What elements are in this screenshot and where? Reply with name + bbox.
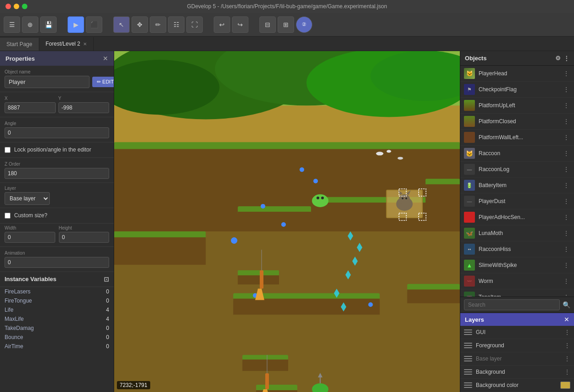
preview-button[interactable]: ⬛ bbox=[86, 16, 102, 33]
object-name-batteryitem: BatteryItem bbox=[479, 182, 558, 188]
layer-item-background[interactable]: Background ⋮ bbox=[460, 366, 574, 379]
pointer-tool[interactable]: ↖ bbox=[113, 16, 130, 33]
tab-start-page[interactable]: Start Page bbox=[0, 38, 39, 51]
search-input[interactable] bbox=[464, 299, 560, 310]
object-item-worm[interactable]: 〰 Worm ⋮ bbox=[460, 273, 574, 289]
edit-object-button[interactable]: ✏ EDIT bbox=[92, 77, 114, 87]
edit-tool[interactable]: ✏ bbox=[150, 16, 166, 33]
slimewithspike-more-button[interactable]: ⋮ bbox=[562, 261, 570, 269]
layer-select[interactable]: Base layer GUI Foreground Background bbox=[5, 192, 50, 205]
object-item-checkpointflag[interactable]: ⚑ CheckpointFlag ⋮ bbox=[460, 82, 574, 98]
y-input[interactable] bbox=[58, 102, 110, 113]
instance-vars-title: Instance Variables bbox=[5, 276, 56, 282]
layer-item-baselayer[interactable]: Base layer ⋮ bbox=[460, 352, 574, 366]
object-item-playerhead[interactable]: 🐱 PlayerHead ⋮ bbox=[460, 66, 574, 82]
layer-baselayer-more-button[interactable]: ⋮ bbox=[564, 355, 570, 362]
layer-section: Layer Base layer GUI Foreground Backgrou… bbox=[0, 183, 114, 208]
wh-row: Width Height bbox=[0, 224, 114, 247]
maximize-button[interactable] bbox=[22, 4, 27, 9]
svg-point-49 bbox=[313, 179, 318, 183]
checkpointflag-more-button[interactable]: ⋮ bbox=[562, 86, 570, 93]
object-item-batteryitem[interactable]: 🔋 BatteryItem ⋮ bbox=[460, 178, 574, 193]
object-item-playeradhocsen[interactable]: PlayerAdHocSen... ⋮ bbox=[460, 209, 574, 225]
width-input[interactable] bbox=[5, 232, 55, 243]
move-tool[interactable]: ✥ bbox=[132, 16, 148, 33]
zoom-out-button[interactable]: ⊟ bbox=[259, 16, 276, 33]
save-button[interactable]: 💾 bbox=[40, 16, 57, 33]
object-item-playerdust[interactable]: — PlayerDust ⋮ bbox=[460, 193, 574, 209]
layer-foreground-more-button[interactable]: ⋮ bbox=[564, 342, 570, 349]
tab-start-page-label: Start Page bbox=[6, 41, 32, 47]
raccoonhiss-more-button[interactable]: ⋮ bbox=[562, 246, 570, 253]
tapeitem-more-button[interactable]: ⋮ bbox=[562, 293, 570, 297]
layer-item-foreground[interactable]: Foreground ⋮ bbox=[460, 339, 574, 352]
custom-size-checkbox[interactable] bbox=[5, 213, 11, 219]
svg-point-41 bbox=[321, 197, 324, 199]
raccoon-icon: 🐱 bbox=[464, 148, 475, 159]
properties-close-button[interactable]: ✕ bbox=[103, 55, 108, 62]
tab-forest-level2-close[interactable]: ✕ bbox=[83, 42, 87, 47]
batteryitem-more-button[interactable]: ⋮ bbox=[562, 182, 570, 189]
play-button[interactable]: ▶ bbox=[68, 16, 84, 33]
layer-gui-more-button[interactable]: ⋮ bbox=[564, 329, 570, 336]
object-item-raccoon[interactable]: 🐱 Raccoon ⋮ bbox=[460, 146, 574, 162]
raccoonlog-more-button[interactable]: ⋮ bbox=[562, 166, 570, 173]
redo-button[interactable]: ↪ bbox=[232, 16, 248, 33]
x-field: X bbox=[5, 96, 56, 113]
list-view-button[interactable]: ☷ bbox=[168, 16, 184, 33]
lock-position-checkbox[interactable] bbox=[5, 147, 11, 153]
object-item-platformclosed[interactable]: PlatformClosed ⋮ bbox=[460, 114, 574, 130]
object-name-row: ✏ EDIT bbox=[5, 76, 109, 88]
x-input[interactable] bbox=[5, 102, 56, 113]
platformwallleft-more-button[interactable]: ⋮ bbox=[562, 134, 570, 141]
objects-filter-icon[interactable]: ⚙ bbox=[555, 55, 561, 62]
window-controls[interactable] bbox=[5, 4, 27, 9]
objects-title: Objects bbox=[465, 55, 487, 62]
object-item-platformupleft[interactable]: PlatformUpLeft ⋮ bbox=[460, 98, 574, 114]
svg-rect-21 bbox=[407, 289, 460, 303]
height-label: Height bbox=[59, 225, 110, 230]
canvas-area[interactable]: 7232;-1791 bbox=[114, 51, 460, 392]
fullscreen-button[interactable]: ⛶ bbox=[186, 16, 203, 33]
layers-close-button[interactable]: ✕ bbox=[564, 316, 569, 323]
worm-more-button[interactable]: ⋮ bbox=[562, 277, 570, 285]
object-item-raccoonlog[interactable]: — RaccoonLog ⋮ bbox=[460, 162, 574, 178]
height-input[interactable] bbox=[59, 232, 110, 243]
platformclosed-icon bbox=[464, 116, 475, 127]
playerdust-more-button[interactable]: ⋮ bbox=[562, 198, 570, 205]
object-name-input[interactable] bbox=[5, 76, 90, 88]
grid-button[interactable]: ⊞ bbox=[278, 16, 294, 33]
layer-background-more-button[interactable]: ⋮ bbox=[564, 368, 570, 376]
profile-button[interactable]: ② bbox=[296, 16, 312, 33]
undo-button[interactable]: ↩ bbox=[214, 16, 230, 33]
titlebar: GDevelop 5 - /Users/florian/Projects/F/l… bbox=[0, 0, 574, 13]
background-color-swatch[interactable] bbox=[560, 382, 570, 389]
minimize-button[interactable] bbox=[14, 4, 19, 9]
playeradhocsen-more-button[interactable]: ⋮ bbox=[562, 214, 570, 221]
object-item-raccoonhiss[interactable]: •• RaccoonHiss ⋮ bbox=[460, 241, 574, 257]
tab-forest-level2[interactable]: Forest/Level 2 ✕ bbox=[39, 37, 94, 51]
playerhead-more-button[interactable]: ⋮ bbox=[562, 70, 570, 77]
object-item-slimewithspike[interactable]: ▲ SlimeWithSpike ⋮ bbox=[460, 257, 574, 273]
platformclosed-more-button[interactable]: ⋮ bbox=[562, 118, 570, 125]
platformupleft-more-button[interactable]: ⋮ bbox=[562, 102, 570, 109]
lunamoth-more-button[interactable]: ⋮ bbox=[562, 230, 570, 237]
new-button[interactable]: ⊕ bbox=[22, 16, 38, 33]
layer-item-gui[interactable]: GUI ⋮ bbox=[460, 326, 574, 339]
svg-point-39 bbox=[312, 194, 328, 207]
main-toolbar: ☰ ⊕ 💾 ▶ ⬛ ↖ ✥ ✏ ☷ ⛶ ↩ ↪ ⊟ ⊞ ② bbox=[0, 13, 574, 37]
object-item-lunamoth[interactable]: 🦋 LunaMoth ⋮ bbox=[460, 225, 574, 241]
animation-input[interactable] bbox=[5, 257, 109, 268]
close-button[interactable] bbox=[5, 4, 11, 9]
layer-item-background-color[interactable]: Background color bbox=[460, 379, 574, 392]
zorder-input[interactable] bbox=[5, 168, 109, 179]
object-item-platformwallleft[interactable]: PlatformWallLeft... ⋮ bbox=[460, 130, 574, 146]
objects-more-icon[interactable]: ⋮ bbox=[563, 55, 569, 62]
raccoon-more-button[interactable]: ⋮ bbox=[562, 150, 570, 157]
instance-vars-expand-icon[interactable]: ⊡ bbox=[104, 276, 109, 283]
hamburger-menu-button[interactable]: ☰ bbox=[4, 16, 20, 33]
y-field: Y bbox=[58, 96, 110, 113]
svg-point-40 bbox=[316, 197, 319, 199]
object-item-tapeitem[interactable]: 📼 TapeItem ⋮ bbox=[460, 289, 574, 297]
angle-input[interactable] bbox=[5, 127, 109, 138]
